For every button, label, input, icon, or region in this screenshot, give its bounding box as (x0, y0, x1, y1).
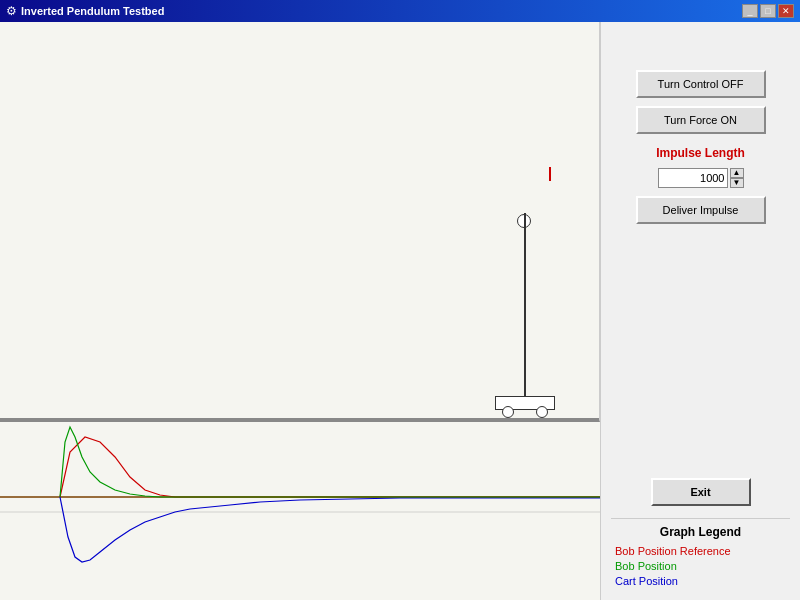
impulse-decrement-button[interactable]: ▼ (730, 178, 744, 188)
main-content: Turn Control OFF Turn Force ON Impulse L… (0, 22, 800, 600)
impulse-length-input[interactable] (658, 168, 728, 188)
reference-tick (549, 167, 551, 181)
svg-rect-0 (0, 422, 600, 600)
window-title: Inverted Pendulum Testbed (21, 5, 164, 17)
impulse-increment-button[interactable]: ▲ (730, 168, 744, 178)
control-panel: Turn Control OFF Turn Force ON Impulse L… (600, 22, 800, 600)
close-button[interactable]: ✕ (778, 4, 794, 18)
legend-bob-position-reference: Bob Position Reference (611, 545, 790, 557)
deliver-impulse-button[interactable]: Deliver Impulse (636, 196, 766, 224)
exit-button[interactable]: Exit (651, 478, 751, 506)
legend-bob-position: Bob Position (611, 560, 790, 572)
pendulum-rod (524, 213, 526, 398)
cart-wheel-right (536, 406, 548, 418)
cart-wheel-left (502, 406, 514, 418)
impulse-input-row: ▲ ▼ (658, 168, 744, 188)
cart (490, 398, 560, 418)
legend-title: Graph Legend (611, 525, 790, 539)
graph-svg (0, 422, 600, 600)
minimize-button[interactable]: _ (742, 4, 758, 18)
graph-legend: Graph Legend Bob Position Reference Bob … (611, 518, 790, 590)
impulse-length-label: Impulse Length (656, 146, 745, 160)
app-icon: ⚙ (6, 4, 17, 18)
impulse-spinner: ▲ ▼ (730, 168, 744, 188)
turn-control-off-button[interactable]: Turn Control OFF (636, 70, 766, 98)
maximize-button[interactable]: □ (760, 4, 776, 18)
title-bar: ⚙ Inverted Pendulum Testbed _ □ ✕ (0, 0, 800, 22)
simulation-area (0, 22, 600, 422)
track-line (0, 418, 599, 420)
graph-area (0, 422, 600, 600)
turn-force-on-button[interactable]: Turn Force ON (636, 106, 766, 134)
legend-cart-position: Cart Position (611, 575, 790, 587)
